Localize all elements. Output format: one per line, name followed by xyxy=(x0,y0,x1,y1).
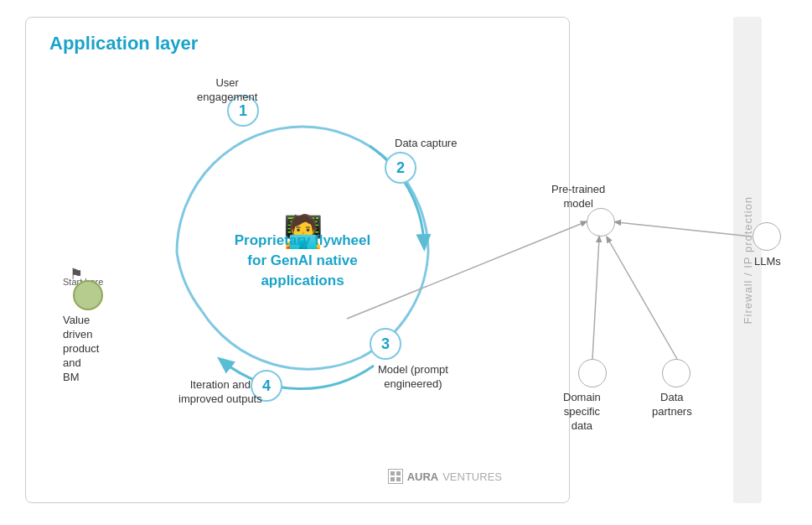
flywheel-area: 🧑‍💻 Proprietary flywheel for GenAI nativ… xyxy=(127,76,478,445)
domain-label: Domain specific data xyxy=(563,391,601,434)
firewall-label: Firewall / IP protection xyxy=(742,196,754,324)
llms-node xyxy=(753,222,781,251)
app-layer-title: Application layer xyxy=(49,33,198,55)
pretrained-label: Pre-trained model xyxy=(551,183,605,211)
value-driven-label: Value driven product and BM xyxy=(63,314,99,384)
aura-logo-icon xyxy=(388,469,403,484)
step-1-label: User engagement xyxy=(197,76,257,105)
svg-line-1 xyxy=(617,222,752,237)
data-partners-label: Data partners xyxy=(652,391,692,419)
aura-brand: AURA xyxy=(407,470,439,483)
app-layer-box: Application layer xyxy=(25,17,570,503)
svg-line-3 xyxy=(608,238,677,359)
start-circle xyxy=(73,280,103,310)
domain-node xyxy=(578,359,607,387)
step-3-label: Model (prompt engineered) xyxy=(378,363,448,392)
step-4-label: Iteration and improved outputs xyxy=(178,378,262,407)
flywheel-center-text: Proprietary flywheel for GenAI native ap… xyxy=(227,231,378,290)
pretrained-node xyxy=(587,208,615,237)
main-container: Application layer xyxy=(0,0,812,525)
step-2-label: Data capture xyxy=(395,137,457,151)
aura-suffix: VENTURES xyxy=(442,470,502,483)
step-2-circle: 2 xyxy=(385,152,416,184)
llms-label: LLMs xyxy=(754,255,781,269)
svg-line-2 xyxy=(592,238,599,359)
data-partners-node xyxy=(662,359,690,387)
aura-ventures-logo: AURAVENTURES xyxy=(388,469,502,484)
step-3-circle: 3 xyxy=(370,328,401,360)
